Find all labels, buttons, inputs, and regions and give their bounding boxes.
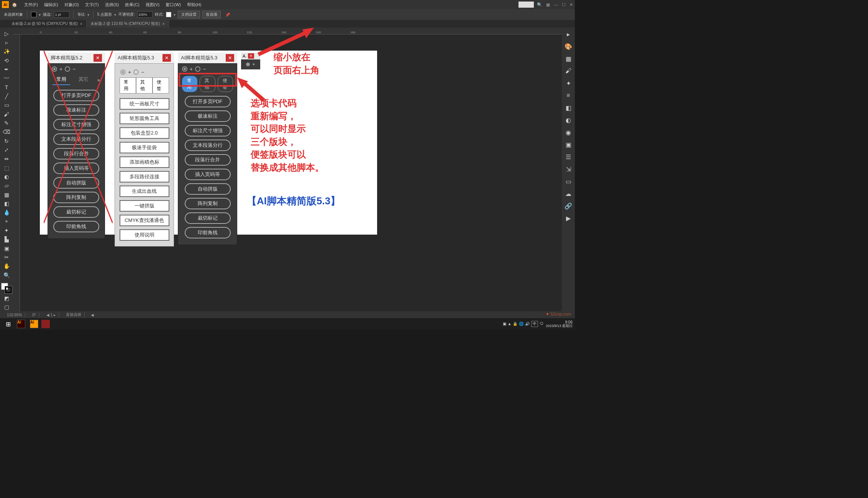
tray-icon[interactable]: 🔒 xyxy=(513,322,517,326)
search-icon[interactable]: 🔍 xyxy=(537,2,542,7)
artboards-panel-icon[interactable]: ▭ xyxy=(564,177,573,186)
radio-icon[interactable] xyxy=(182,66,187,72)
arrange-icon[interactable]: ▦ xyxy=(546,2,550,7)
fill-stroke-control[interactable] xyxy=(1,283,12,293)
stroke-panel-icon[interactable]: ≡ xyxy=(564,91,573,100)
panel-button[interactable]: 插入页码等 xyxy=(185,169,231,180)
home-icon[interactable]: 🏠 xyxy=(12,2,17,7)
zoom-level[interactable]: 110.65% xyxy=(4,313,25,317)
radio-icon[interactable] xyxy=(120,69,126,75)
type-tool[interactable]: T xyxy=(2,83,11,91)
panel-button[interactable]: 包装盒型2.0 xyxy=(120,127,169,139)
panel-button[interactable]: 段落行合并 xyxy=(185,154,231,166)
width-tool[interactable]: ⇔ xyxy=(2,155,11,163)
slice-tool[interactable]: ✂ xyxy=(2,253,11,261)
taskbar-ai-1[interactable]: Ai xyxy=(15,319,27,329)
tab-common[interactable]: 常用 xyxy=(120,77,136,94)
appearance-panel-icon[interactable]: ◉ xyxy=(564,128,573,137)
transparency-panel-icon[interactable]: ◐ xyxy=(564,115,573,125)
doc-tab-2[interactable]: 未标题-2 @ 110.65 % (CMYK/CPU 预览)× xyxy=(87,20,169,28)
perspective-tool[interactable]: ▱ xyxy=(2,182,11,190)
rotate-value[interactable]: 0° xyxy=(29,313,39,317)
mesh-tool[interactable]: ▦ xyxy=(2,191,11,199)
magic-wand-tool[interactable]: ✨ xyxy=(2,48,11,56)
shaper-tool[interactable]: ✎ xyxy=(2,119,11,127)
panel-button[interactable]: 文本段落分行 xyxy=(185,140,231,151)
panel-button[interactable]: 极速标注 xyxy=(185,110,231,122)
pin-icon[interactable]: 📌 xyxy=(225,13,230,17)
tray-icon[interactable]: 🔊 xyxy=(525,322,530,326)
panel-button[interactable]: 阵列复制 xyxy=(185,198,231,209)
panel-button[interactable]: 一键拼版 xyxy=(120,200,169,212)
menu-view[interactable]: 视图(V) xyxy=(143,2,163,8)
curvature-tool[interactable]: 〰 xyxy=(2,74,11,82)
shape-builder-tool[interactable]: ◐ xyxy=(2,173,11,181)
close-button[interactable]: ✕ xyxy=(248,53,254,59)
panel-button[interactable]: 多段路径连接 xyxy=(120,171,169,182)
panel-button[interactable]: 使用说明 xyxy=(120,229,169,241)
fill-swatch[interactable] xyxy=(31,12,36,17)
tray-icon[interactable]: 🌐 xyxy=(519,322,523,326)
scale-tool[interactable]: ⤢ xyxy=(2,146,11,154)
menu-help[interactable]: 帮助(H) xyxy=(184,2,204,8)
minimize-icon[interactable]: — xyxy=(554,2,558,7)
tab-other[interactable]: 其他 xyxy=(136,77,153,94)
color-panel-icon[interactable]: 🎨 xyxy=(564,42,573,51)
menu-file[interactable]: 文件(F) xyxy=(21,2,41,8)
graph-tool[interactable]: ▙ xyxy=(2,235,11,243)
panel-button[interactable]: 标注尺寸增强 xyxy=(185,125,231,136)
free-transform-tool[interactable]: ⬚ xyxy=(2,164,11,172)
swatches-panel-icon[interactable]: ▦ xyxy=(564,54,573,63)
panel-button[interactable]: 打开多页PDF xyxy=(185,96,231,107)
close-icon[interactable]: ✕ xyxy=(569,2,573,7)
start-button[interactable]: ⊞ xyxy=(2,319,14,329)
taskbar-ai-2[interactable]: Ai xyxy=(28,319,40,329)
panel-button[interactable]: 极速手提袋 xyxy=(120,142,169,153)
canvas[interactable]: 0 20 40 60 80 100 120 140 160 180 脚本精简版5… xyxy=(13,28,562,311)
pen-tool[interactable]: ✒ xyxy=(2,65,11,73)
gradient-tool[interactable]: ◧ xyxy=(2,199,11,207)
panel-button[interactable]: 矩形圆角工具 xyxy=(120,113,169,124)
opacity-input[interactable] xyxy=(137,12,153,18)
style-swatch[interactable] xyxy=(166,12,171,17)
menu-type[interactable]: 文字(T) xyxy=(82,2,102,8)
panel-button[interactable]: 统一画板尺寸 xyxy=(120,98,169,110)
eyedropper-tool[interactable]: 💧 xyxy=(2,209,11,217)
panel-button[interactable]: CMYK查找潘通色 xyxy=(120,215,169,226)
eraser-tool[interactable]: ⌫ xyxy=(2,128,11,136)
panel-button[interactable]: 印前角线 xyxy=(185,227,231,238)
menu-window[interactable]: 窗口(W) xyxy=(162,2,184,8)
asset-export-panel-icon[interactable]: ⇲ xyxy=(564,164,573,174)
menu-edit[interactable]: 编辑(E) xyxy=(41,2,61,8)
tray-icon[interactable]: ▲ xyxy=(508,322,512,326)
play-icon[interactable]: ▶ xyxy=(564,214,573,223)
maximize-icon[interactable]: ☐ xyxy=(562,2,566,7)
rotate-tool[interactable]: ↻ xyxy=(2,137,11,145)
tray-icon[interactable]: 🗨 xyxy=(540,322,543,326)
tray-ime[interactable]: 中 xyxy=(531,321,538,327)
menu-effect[interactable]: 效果(C) xyxy=(122,2,142,8)
blend-tool[interactable]: ⚬ xyxy=(2,217,11,225)
hand-tool[interactable]: ✋ xyxy=(2,262,11,270)
panel-button[interactable]: 添加画稿色标 xyxy=(120,156,169,168)
close-button[interactable]: ✕ xyxy=(162,54,171,62)
layers-panel-icon[interactable]: ☰ xyxy=(564,152,573,161)
radio-icon[interactable] xyxy=(246,62,250,66)
paintbrush-tool[interactable]: 🖌 xyxy=(2,110,11,118)
search-box[interactable] xyxy=(519,2,534,8)
libraries-panel-icon[interactable]: ☁ xyxy=(564,189,573,198)
panel-button[interactable]: 生成出血线 xyxy=(120,186,169,197)
zoom-tool[interactable]: 🔍 xyxy=(2,271,11,279)
gradient-panel-icon[interactable]: ◧ xyxy=(564,103,573,112)
radio-icon[interactable] xyxy=(133,69,139,75)
lasso-tool[interactable]: ⟲ xyxy=(2,56,11,64)
line-tool[interactable]: ╱ xyxy=(2,92,11,100)
close-button[interactable]: ✕ xyxy=(226,54,234,62)
tab-notes[interactable]: 便签 xyxy=(153,77,169,94)
panel-button[interactable]: 裁切标记 xyxy=(185,212,231,224)
doc-setup-button[interactable]: 文档设置 xyxy=(178,11,200,18)
properties-panel-icon[interactable]: ▸ xyxy=(564,30,573,39)
artboard-tool[interactable]: ▣ xyxy=(2,244,11,252)
doc-tab-1[interactable]: 未标题-2.ai @ 50 % (CMYK/CPU 预览)× xyxy=(8,20,87,28)
links-panel-icon[interactable]: 🔗 xyxy=(564,201,573,210)
